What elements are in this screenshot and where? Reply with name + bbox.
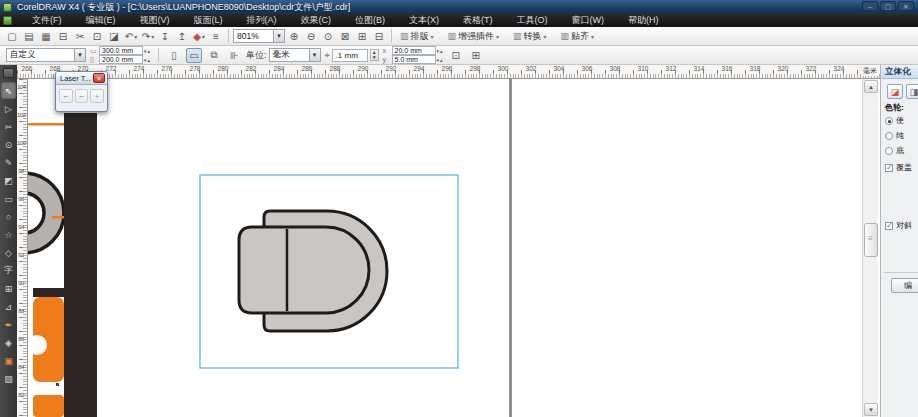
menu-text[interactable]: 文本(X) <box>397 14 451 27</box>
door-arc-symbol[interactable] <box>28 173 64 253</box>
import-button[interactable]: ↧ <box>157 29 173 44</box>
spinner[interactable]: ▾▴ <box>144 57 151 63</box>
zoom-out-button[interactable]: ⊖ <box>303 29 319 44</box>
all-pages-button[interactable]: ⧉ <box>206 48 222 63</box>
scroll-down-icon[interactable]: ▼ <box>864 403 878 416</box>
menu-table[interactable]: 表格(T) <box>451 14 505 27</box>
treat-as-filled-button[interactable]: ⊡ <box>448 48 464 63</box>
use-color-shading-radio[interactable]: 底 <box>885 145 904 156</box>
bevel-fill-checkbox[interactable]: 对斜 <box>885 220 912 231</box>
units-combo[interactable]: 毫米▼ <box>269 48 321 62</box>
drawing-canvas[interactable] <box>28 79 862 417</box>
chevron-down-icon[interactable]: ▼ <box>74 49 85 61</box>
export-button[interactable]: ↥ <box>174 29 190 44</box>
vertical-scrollbar[interactable]: ▲ ▼ <box>862 79 878 417</box>
eyedropper-tool[interactable]: ✒ <box>1 316 16 333</box>
outline-tool[interactable]: ◈ <box>1 334 16 351</box>
landscape-button[interactable]: ▭ <box>186 48 202 63</box>
menu-layout[interactable]: 版面(L) <box>182 14 235 27</box>
chair-seat[interactable] <box>239 227 369 313</box>
table-tool[interactable]: ⊞ <box>1 280 16 297</box>
cut-button[interactable]: ✂ <box>72 29 88 44</box>
nudge-offset-field[interactable]: ⌖ .1 mm ▲▼ <box>325 49 379 62</box>
zoom-tool[interactable]: ⊙ <box>1 136 16 153</box>
extrude-bevel-tab-button[interactable]: ◨ <box>906 84 918 99</box>
spinner[interactable]: ▾▴ <box>437 57 444 63</box>
snap-button[interactable]: ▥ 贴齐 ▾ <box>557 28 599 44</box>
print-button[interactable]: ⊟ <box>55 29 71 44</box>
minimize-button[interactable]: – <box>862 1 878 11</box>
plugins-button[interactable]: ▥ 增强插件 ▾ <box>444 28 504 44</box>
pick-tool[interactable]: ⇖ <box>1 82 16 99</box>
extrude-color-tab-button[interactable]: ◪ <box>887 84 903 99</box>
menu-help[interactable]: 帮助(H) <box>616 14 671 27</box>
shape-tool[interactable]: ▷ <box>1 100 16 117</box>
interactive-fill-tool[interactable]: ▨ <box>1 370 16 387</box>
chevron-down-icon[interactable]: ▾ <box>134 33 137 40</box>
menu-view[interactable]: 视图(V) <box>128 14 182 27</box>
use-solid-color-radio[interactable]: 纯 <box>885 130 904 141</box>
zoom-width-button[interactable]: ⊟ <box>371 29 387 44</box>
horizontal-ruler[interactable]: 2662682702722742762782802822842862882902… <box>17 65 880 79</box>
menu-tools[interactable]: 工具(O) <box>505 14 560 27</box>
spinner[interactable]: ▲▼ <box>370 49 379 61</box>
maximize-button[interactable]: ▢ <box>880 1 896 11</box>
fill-tool[interactable]: ▣ <box>1 352 16 369</box>
options-button[interactable]: ≡ <box>208 29 224 44</box>
zoom-all-objects-button[interactable]: ⊠ <box>337 29 353 44</box>
toolbox-grip[interactable] <box>3 68 14 78</box>
spinner[interactable]: ▾▴ <box>437 48 444 54</box>
dimension-tool[interactable]: ⊿ <box>1 298 16 315</box>
copy-button[interactable]: ⊡ <box>89 29 105 44</box>
zoom-page-button[interactable]: ⊞ <box>354 29 370 44</box>
spinner[interactable]: ▾▴ <box>144 48 151 54</box>
duplicate-x-field[interactable]: x 20.0 mm ▾▴ <box>383 47 444 55</box>
typesetting-button[interactable]: ▥ 排版 ▾ <box>396 28 438 44</box>
undo-button[interactable]: ↶▾ <box>123 29 139 44</box>
smart-fill-tool[interactable]: ◩ <box>1 172 16 189</box>
ellipse-tool[interactable]: ○ <box>1 208 16 225</box>
chevron-down-icon[interactable]: ▼ <box>273 30 284 42</box>
chevron-down-icon[interactable]: ▾ <box>202 33 205 40</box>
save-button[interactable]: ▦ <box>38 29 54 44</box>
scrollbar-thumb[interactable] <box>864 223 878 257</box>
laser-corner-b-button[interactable]: ⌐ <box>75 89 89 103</box>
menu-window[interactable]: 窗口(W) <box>560 14 617 27</box>
rectangle-tool[interactable]: ▭ <box>1 190 16 207</box>
laser-window-titlebar[interactable]: Laser T... ✕ <box>56 72 107 85</box>
facing-pages-icon[interactable]: ⊪ <box>226 48 242 63</box>
text-tool[interactable]: 字 <box>1 262 16 279</box>
portrait-button[interactable]: ▯ <box>166 48 182 63</box>
redo-button[interactable]: ↷▾ <box>140 29 156 44</box>
page-height-field[interactable]: ▯ 200.0 mm ▾▴ <box>90 56 151 64</box>
launcher-button[interactable]: ◆▾ <box>191 29 207 44</box>
new-document-button[interactable]: ▢ <box>4 29 20 44</box>
convert-button[interactable]: ▥ 转换 ▾ <box>509 28 551 44</box>
crop-tool[interactable]: ✂ <box>1 118 16 135</box>
page-width-field[interactable]: ▭ 300.0 mm ▾▴ <box>90 47 151 55</box>
chevron-down-icon[interactable]: ▾ <box>151 33 154 40</box>
wall-accent-line[interactable] <box>28 123 64 126</box>
close-button[interactable]: ✕ <box>898 1 914 11</box>
laser-tools-window[interactable]: Laser T... ✕ ⌐⌐+ <box>55 71 108 112</box>
snap-options-button[interactable]: ⊞ <box>468 48 484 63</box>
zoom-in-button[interactable]: ⊕ <box>286 29 302 44</box>
basic-shapes-tool[interactable]: ◇ <box>1 244 16 261</box>
orange-furniture-lower[interactable] <box>33 395 64 417</box>
menu-effects[interactable]: 效果(C) <box>289 14 344 27</box>
page-preset-combo[interactable]: 自定义▼ <box>6 48 86 62</box>
menu-bitmaps[interactable]: 位图(B) <box>343 14 397 27</box>
paste-button[interactable]: ◪ <box>106 29 122 44</box>
drape-fills-checkbox[interactable]: 覆盖 <box>885 162 912 173</box>
zoom-level-combo[interactable]: 801%▼ <box>233 29 285 43</box>
vertical-ruler[interactable]: 104102100989694929088868482 <box>17 79 28 417</box>
chevron-down-icon[interactable]: ▼ <box>309 49 320 61</box>
laser-cross-button[interactable]: + <box>90 89 104 103</box>
edit-button[interactable]: 编 <box>891 278 918 293</box>
freehand-tool[interactable]: ✎ <box>1 154 16 171</box>
menu-file[interactable]: 文件(F) <box>20 14 74 27</box>
menu-arrange[interactable]: 排列(A) <box>235 14 289 27</box>
menu-edit[interactable]: 编辑(E) <box>74 14 128 27</box>
scroll-up-icon[interactable]: ▲ <box>864 80 878 93</box>
zoom-selected-button[interactable]: ⊙ <box>320 29 336 44</box>
